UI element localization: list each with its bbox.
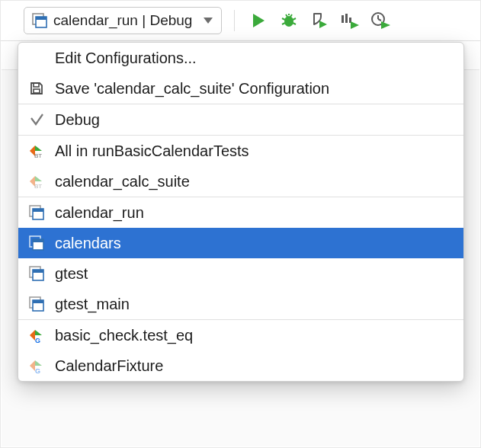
svg-line-9 [282,23,285,24]
check-icon [27,112,46,127]
save-icon [27,81,46,96]
menu-config-app[interactable]: gtest_main [18,289,463,319]
svg-line-12 [290,14,292,17]
gtest-icon: G [27,328,46,343]
svg-text:BT: BT [34,152,42,158]
svg-line-20 [378,19,381,21]
application-icon [27,235,46,251]
svg-marker-46 [35,360,42,366]
menu-config-boost-suite[interactable]: BT calendar_calc_suite [18,166,463,197]
run-config-dropdown: Edit Configurations... Save 'calendar_ca… [18,42,464,382]
menu-label: calendar_calc_suite [55,173,190,190]
svg-rect-38 [33,270,43,273]
boost-test-icon: BT [27,143,46,158]
svg-rect-15 [345,14,348,23]
svg-rect-41 [33,300,43,303]
svg-marker-4 [253,14,265,27]
svg-line-7 [282,18,285,20]
svg-marker-28 [35,176,42,181]
menu-config-app[interactable]: calendars [18,228,463,258]
valgrind-button[interactable] [369,9,392,32]
svg-line-10 [293,23,296,24]
menu-config-gtest[interactable]: G CalendarFixture [18,350,463,381]
svg-rect-23 [34,89,40,93]
svg-rect-14 [342,15,344,23]
application-icon [27,205,46,220]
coverage-button[interactable] [308,9,331,32]
menu-profile-debug[interactable]: Debug [18,104,463,135]
svg-marker-42 [30,330,35,341]
svg-marker-3 [204,18,213,24]
menu-label: Debug [55,111,100,129]
menu-save-configuration[interactable]: Save 'calendar_calc_suite' Configuration [18,73,463,104]
application-icon [27,296,46,312]
svg-marker-17 [351,21,359,29]
svg-text:G: G [35,337,40,343]
application-icon [32,13,47,28]
menu-label: calendar_run [55,204,144,222]
svg-rect-32 [33,209,43,212]
gtest-icon: G [27,358,46,373]
svg-line-11 [286,14,287,17]
svg-marker-25 [35,146,42,151]
menu-label: CalendarFixture [55,357,163,375]
menu-label: Save 'calendar_calc_suite' Configuration [55,80,329,98]
menu-label: All in runBasicCalendarTests [55,142,249,160]
menu-config-app[interactable]: calendar_run [18,197,463,228]
svg-marker-45 [30,360,35,371]
svg-marker-43 [35,330,42,335]
svg-marker-21 [381,21,390,29]
toolbar-divider [234,10,235,31]
menu-config-boost-all[interactable]: BT All in runBasicCalendarTests [18,136,463,166]
toolbar: calendar_run | Debug [1,1,480,41]
menu-label: gtest [55,265,88,283]
svg-point-5 [284,16,293,27]
svg-rect-35 [33,239,43,242]
svg-line-8 [293,18,296,20]
menu-edit-configurations[interactable]: Edit Configurations... [18,43,463,73]
boost-test-icon: BT [27,174,46,189]
debug-button[interactable] [277,9,300,32]
svg-marker-13 [319,21,327,28]
run-button[interactable] [247,9,270,32]
svg-text:BT: BT [34,183,42,189]
menu-label: basic_check.test_eq [55,327,193,344]
menu-label: gtest_main [55,296,130,313]
application-icon [27,266,46,281]
menu-config-app[interactable]: gtest [18,258,463,289]
menu-label: calendars [55,235,121,252]
menu-config-gtest[interactable]: G basic_check.test_eq [18,320,463,350]
svg-text:G: G [35,367,40,373]
run-config-label: calendar_run | Debug [53,12,192,29]
svg-rect-2 [36,17,46,20]
svg-rect-22 [34,83,39,87]
profile-button[interactable] [338,9,361,32]
menu-label: Edit Configurations... [55,50,197,67]
run-configuration-selector[interactable]: calendar_run | Debug [24,7,222,34]
chevron-down-icon [203,17,213,24]
